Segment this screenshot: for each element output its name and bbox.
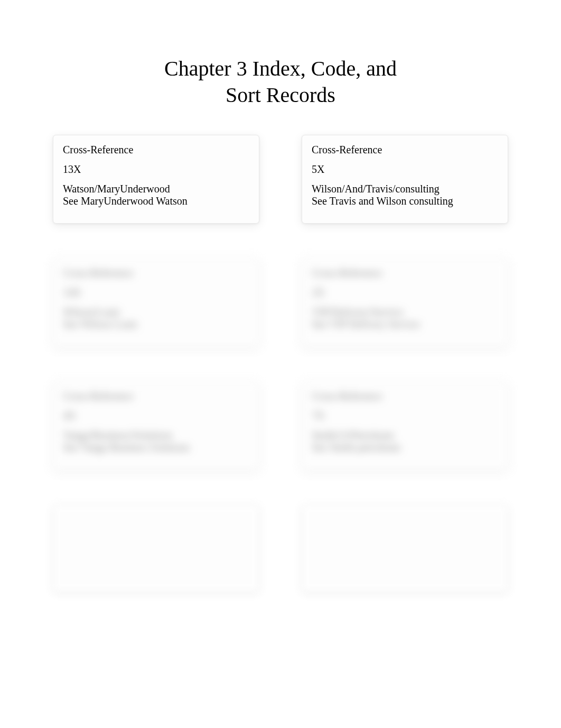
title-line-2: Sort Records <box>226 83 335 107</box>
page-title: Chapter 3 Index, Code, and Sort Records <box>0 0 561 135</box>
card-line1: Vanga/Business/Solutions <box>63 429 249 441</box>
card-line2: See Vanga Business Solutions <box>63 441 249 454</box>
card-header: Cross-Reference <box>63 390 249 402</box>
cards-grid: Cross-Reference 13X Watson/MaryUnderwood… <box>0 135 561 592</box>
card-line1: Wilson/And/Travis/consulting <box>312 183 498 195</box>
card-code: 13X <box>63 163 249 176</box>
card-0: Cross-Reference 13X Watson/MaryUnderwood… <box>53 135 259 224</box>
title-line-1: Chapter 3 Index, Code, and <box>164 57 397 80</box>
card-header: Cross-Reference <box>63 267 249 279</box>
card-code: 7X <box>312 410 498 422</box>
card-code: 2X <box>312 287 498 299</box>
card-6-empty <box>53 504 259 592</box>
card-code: 14X <box>63 287 249 299</box>
card-line2: See Travis and Wilson consulting <box>312 195 498 207</box>
card-3: Cross-Reference 2X VIP/Delivery/Service … <box>302 258 508 347</box>
card-line1: VIP/Delivery/Service <box>312 306 498 318</box>
card-line2: See VIP Delivery Service <box>312 318 498 330</box>
card-line2: See Smith petroleum <box>312 441 498 454</box>
card-code: 5X <box>312 163 498 176</box>
card-header: Cross-Reference <box>312 267 498 279</box>
card-7-empty <box>302 504 508 592</box>
card-line1: Watson/MaryUnderwood <box>63 183 249 195</box>
card-5: Cross-Reference 7X Smith/A/Petroleum See… <box>302 381 508 470</box>
card-1: Cross-Reference 5X Wilson/And/Travis/con… <box>302 135 508 224</box>
card-2: Cross-Reference 14X Wilson/Louis See Wil… <box>53 258 259 347</box>
card-header: Cross-Reference <box>312 144 498 156</box>
card-code: 4X <box>63 410 249 422</box>
card-header: Cross-Reference <box>63 144 249 156</box>
card-4: Cross-Reference 4X Vanga/Business/Soluti… <box>53 381 259 470</box>
card-line1: Smith/A/Petroleum <box>312 429 498 441</box>
card-line2: See Wilson Louis <box>63 318 249 330</box>
card-line2: See MaryUnderwood Watson <box>63 195 249 207</box>
card-line1: Wilson/Louis <box>63 306 249 318</box>
card-header: Cross-Reference <box>312 390 498 402</box>
